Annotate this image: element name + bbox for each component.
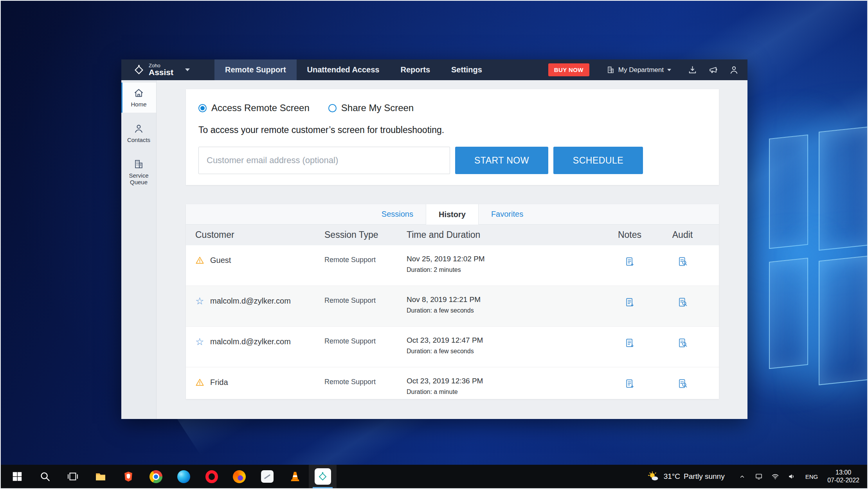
schedule-button[interactable]: SCHEDULE xyxy=(553,147,643,174)
windows-logo-pane xyxy=(819,126,868,250)
user-profile-icon[interactable] xyxy=(729,65,739,75)
radio-selected-icon[interactable] xyxy=(198,104,207,112)
task-view-icon xyxy=(67,471,79,482)
screen-mode-radios: Access Remote Screen Share My Screen xyxy=(198,102,706,113)
audit-icon[interactable] xyxy=(677,378,688,389)
zoho-assist-app-icon xyxy=(315,468,331,485)
tray-pc-status[interactable] xyxy=(751,465,767,488)
tab-remote-support[interactable]: Remote Support xyxy=(214,59,297,80)
partly-sunny-icon xyxy=(647,471,659,483)
history-tab-bar: Sessions History Favorites xyxy=(186,204,719,225)
edge-browser-button[interactable] xyxy=(170,465,198,488)
tab-favorites[interactable]: Favorites xyxy=(479,204,536,224)
sessions-history-panel: Sessions History Favorites Customer Sess… xyxy=(186,204,719,399)
notes-app-button[interactable] xyxy=(253,465,281,488)
announcement-icon[interactable] xyxy=(708,65,718,75)
sidebar-label-service-queue: Service Queue xyxy=(123,172,155,185)
weather-widget[interactable]: 31°CPartly sunny xyxy=(643,471,729,483)
chevron-down-icon[interactable] xyxy=(185,68,190,71)
session-type: Remote Support xyxy=(324,297,407,305)
tab-history[interactable]: History xyxy=(426,204,479,225)
tab-settings[interactable]: Settings xyxy=(441,59,493,80)
zoho-assist-window: Zoho Assist Remote Support Unattended Ac… xyxy=(121,59,747,419)
main-content: Access Remote Screen Share My Screen To … xyxy=(157,80,747,419)
brave-icon xyxy=(122,471,134,482)
tab-sessions[interactable]: Sessions xyxy=(369,204,426,224)
edge-icon xyxy=(177,470,190,483)
warning-icon xyxy=(195,256,204,265)
notes-icon[interactable] xyxy=(625,338,635,348)
table-row[interactable]: Frida Remote Support Oct 23, 2019 12:36 … xyxy=(186,367,719,399)
folder-icon xyxy=(95,471,106,482)
radio-access-remote-screen[interactable]: Access Remote Screen xyxy=(198,102,310,113)
taskbar-search-button[interactable] xyxy=(31,465,59,488)
table-row[interactable]: ☆ malcolm.d@zylker.com Remote Support Oc… xyxy=(186,327,719,367)
department-label: My Department xyxy=(618,66,664,74)
windows-taskbar: 31°CPartly sunny ENG 13:00 07-02-2022 xyxy=(1,465,867,488)
clock-date: 07-02-2022 xyxy=(827,476,859,484)
table-header: Customer Session Type Time and Duration … xyxy=(186,225,719,245)
vlc-button[interactable] xyxy=(281,465,309,488)
zoho-assist-logo-icon xyxy=(133,64,145,76)
session-duration: Duration: a few seconds xyxy=(407,307,606,314)
tray-volume[interactable] xyxy=(783,465,800,488)
tray-expand-button[interactable] xyxy=(734,465,751,488)
app-logo[interactable]: Zoho Assist xyxy=(121,59,214,80)
notes-icon[interactable] xyxy=(625,256,635,267)
opera-browser-button[interactable] xyxy=(198,465,225,488)
brave-browser-button[interactable] xyxy=(114,465,142,488)
session-time: Nov 8, 2019 12:21 PM xyxy=(407,295,606,304)
favorite-star-icon[interactable]: ☆ xyxy=(195,297,204,306)
tab-reports[interactable]: Reports xyxy=(390,59,441,80)
department-selector[interactable]: My Department xyxy=(607,66,671,74)
tray-network[interactable] xyxy=(767,465,783,488)
download-icon[interactable] xyxy=(688,65,697,75)
start-button[interactable] xyxy=(3,465,31,488)
chevron-down-icon xyxy=(667,69,671,71)
table-row[interactable]: ☆ malcolm.d@zylker.com Remote Support No… xyxy=(186,286,719,327)
session-type: Remote Support xyxy=(324,256,407,264)
session-time: Nov 25, 2019 12:02 PM xyxy=(407,255,606,263)
radio-label: Access Remote Screen xyxy=(211,102,310,113)
radio-label: Share My Screen xyxy=(341,102,414,113)
vlc-icon xyxy=(289,471,301,482)
sidebar-item-service-queue[interactable]: Service Queue xyxy=(121,154,156,191)
table-row[interactable]: Guest Remote Support Nov 25, 2019 12:02 … xyxy=(186,245,719,286)
system-tray: 31°CPartly sunny ENG 13:00 07-02-2022 xyxy=(643,465,867,488)
tab-unattended-access[interactable]: Unattended Access xyxy=(297,59,390,80)
audit-icon[interactable] xyxy=(677,256,688,267)
favorite-star-icon[interactable]: ☆ xyxy=(195,337,204,346)
radio-share-my-screen[interactable]: Share My Screen xyxy=(328,102,414,113)
radio-unselected-icon[interactable] xyxy=(328,104,337,112)
warning-icon xyxy=(195,378,204,387)
customer-email-input[interactable] xyxy=(198,147,450,174)
start-now-button[interactable]: START NOW xyxy=(455,147,548,174)
volume-icon xyxy=(788,473,796,480)
session-duration: Duration: a few seconds xyxy=(407,348,606,355)
taskbar-clock[interactable]: 13:00 07-02-2022 xyxy=(823,469,867,484)
column-audit: Audit xyxy=(653,230,712,240)
audit-icon[interactable] xyxy=(677,297,688,307)
windows-logo-pane xyxy=(769,135,808,249)
navbar-right: BUY NOW My Department xyxy=(548,59,747,80)
column-time-duration: Time and Duration xyxy=(407,230,606,240)
customer-name: Guest xyxy=(210,256,231,265)
language-indicator[interactable]: ENG xyxy=(800,473,824,480)
notes-icon[interactable] xyxy=(625,378,635,389)
chrome-browser-button[interactable] xyxy=(142,465,170,488)
column-customer: Customer xyxy=(195,230,324,240)
sidebar-label-home: Home xyxy=(131,101,146,108)
sidebar-item-home[interactable]: Home xyxy=(121,83,156,113)
firefox-browser-button[interactable] xyxy=(225,465,253,488)
file-explorer-button[interactable] xyxy=(86,465,114,488)
zoho-assist-taskbar-button[interactable] xyxy=(309,465,337,488)
windows-start-icon xyxy=(11,471,23,482)
notes-icon[interactable] xyxy=(625,297,635,307)
sidebar-item-contacts[interactable]: Contacts xyxy=(121,118,156,148)
clock-time: 13:00 xyxy=(827,469,859,476)
buy-now-button[interactable]: BUY NOW xyxy=(548,63,589,76)
sidebar-label-contacts: Contacts xyxy=(127,137,150,143)
task-view-button[interactable] xyxy=(59,465,86,488)
service-queue-icon xyxy=(133,159,144,169)
audit-icon[interactable] xyxy=(677,338,688,348)
